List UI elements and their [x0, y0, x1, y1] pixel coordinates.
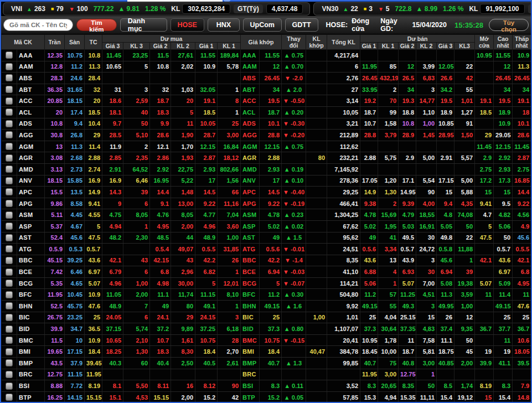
- table-cell: 43: [123, 255, 150, 266]
- row-checkbox[interactable]: [6, 97, 13, 105]
- tab-gdtt[interactable]: GDTT: [285, 18, 318, 32]
- table-cell: 8.3: [360, 380, 378, 392]
- table-cell: ▲ 0.75: [282, 50, 306, 61]
- row-checkbox[interactable]: [6, 371, 13, 378]
- table-cell: 2: [378, 84, 399, 95]
- row-checkbox[interactable]: [6, 166, 13, 173]
- table-cell: [306, 244, 327, 255]
- row-checkbox[interactable]: [6, 359, 13, 366]
- ticker-cell: AAM: [17, 61, 45, 73]
- row-checkbox[interactable]: [6, 74, 13, 81]
- table-cell: 6,83: [416, 73, 437, 84]
- checkbox-cell: [2, 106, 17, 118]
- row-checkbox[interactable]: [6, 154, 13, 162]
- row-checkbox[interactable]: [6, 211, 13, 219]
- table-row: BTP16.2514.1515.1515.14,5315.152,0015.24…: [2, 391, 531, 403]
- table-cell: 42.15: [150, 255, 171, 266]
- table-row: BMI19.6517.1518.418.251,3018.38,3018.42,…: [2, 346, 531, 358]
- table-cell: 8.5: [437, 380, 454, 392]
- table-cell: 2.92: [150, 163, 171, 175]
- row-checkbox[interactable]: [6, 314, 13, 321]
- row-checkbox[interactable]: [6, 280, 13, 287]
- table-cell: 4.7: [475, 209, 494, 221]
- search-input[interactable]: [3, 19, 73, 31]
- table-cell: 10.95: [360, 334, 378, 346]
- row-checkbox[interactable]: [6, 348, 13, 355]
- row-checkbox[interactable]: [6, 86, 13, 93]
- checkbox-cell: [2, 198, 17, 209]
- table-cell: 11.3: [513, 61, 531, 73]
- table-cell: 9.22: [195, 198, 218, 209]
- row-checkbox[interactable]: [6, 394, 13, 401]
- row-checkbox[interactable]: [6, 143, 13, 150]
- row-checkbox[interactable]: [6, 268, 13, 276]
- tab-hnx[interactable]: HNX: [208, 18, 240, 32]
- table-cell: 2,00: [123, 289, 150, 301]
- table-cell: [454, 163, 475, 175]
- row-checkbox[interactable]: [6, 245, 13, 252]
- table-cell: 17.15: [437, 175, 454, 187]
- row-checkbox[interactable]: [6, 200, 13, 207]
- row-checkbox[interactable]: [6, 188, 13, 195]
- ticker-cell: APG: [17, 198, 45, 209]
- table-cell: 7,00: [416, 277, 437, 289]
- row-checkbox[interactable]: [6, 291, 13, 298]
- table-cell: 4.78: [360, 209, 378, 221]
- table-cell: 19.1: [475, 95, 494, 107]
- row-checkbox[interactable]: [6, 326, 13, 333]
- index-gt-value: 4,637.48: [266, 4, 303, 14]
- table-cell: [475, 266, 494, 278]
- table-cell: 80: [171, 301, 195, 312]
- table-cell: 384,78: [327, 346, 360, 358]
- checkbox-cell: [2, 380, 17, 392]
- table-cell: 28.3: [45, 73, 65, 84]
- row-checkbox[interactable]: [6, 223, 13, 230]
- table-cell: 3,59: [454, 289, 475, 301]
- up-arrow-icon: ▲: [27, 6, 32, 12]
- table-cell: 18.7: [360, 106, 378, 118]
- table-cell: [150, 369, 171, 380]
- col-kl-khop: KL khớp: [306, 35, 327, 50]
- table-cell: 8.3: [260, 380, 282, 392]
- row-checkbox[interactable]: [6, 383, 13, 390]
- table-cell: 5,75: [378, 152, 399, 164]
- table-cell: 13: [45, 141, 65, 152]
- tab-danh-muc[interactable]: Danh mục: [120, 18, 167, 32]
- table-cell: 4.56: [513, 209, 531, 221]
- row-checkbox[interactable]: [6, 177, 13, 184]
- table-cell: [306, 84, 327, 95]
- table-cell: 2.93: [195, 163, 218, 175]
- table-cell: 16.9: [102, 175, 123, 187]
- table-cell: 40.8: [399, 358, 416, 369]
- tab-hose[interactable]: HOSE: [171, 18, 204, 32]
- table-cell: AGM: [241, 141, 260, 152]
- table-cell: APC: [241, 187, 260, 198]
- table-cell: 11.5: [150, 50, 171, 61]
- ticker-cell: BFC: [17, 289, 45, 301]
- kl-label: KL: [171, 5, 180, 13]
- row-checkbox[interactable]: [6, 257, 13, 264]
- table-cell: BIC: [241, 312, 260, 323]
- table-cell: 12.35: [45, 50, 65, 61]
- table-cell: 9,35: [454, 323, 475, 335]
- table-cell: 5.02: [260, 220, 282, 232]
- row-checkbox[interactable]: [6, 108, 13, 116]
- row-checkbox[interactable]: [6, 120, 13, 127]
- table-cell: 30.8: [45, 130, 65, 141]
- options-button[interactable]: Tùy chọn: [489, 19, 529, 31]
- table-cell: 14.95: [399, 187, 416, 198]
- checkbox-cell: [2, 312, 17, 323]
- table-cell: 5,57: [454, 152, 475, 164]
- row-checkbox[interactable]: [6, 51, 13, 59]
- ticker-cell: ACC: [17, 95, 45, 107]
- table-cell: 47.6: [513, 301, 531, 312]
- row-checkbox[interactable]: [6, 131, 13, 138]
- row-checkbox[interactable]: [6, 63, 13, 70]
- row-checkbox[interactable]: [6, 337, 13, 344]
- row-checkbox[interactable]: [6, 234, 13, 241]
- table-cell: ▼ -0.07: [282, 277, 306, 289]
- search-button[interactable]: Tìm kiếm: [76, 19, 117, 31]
- row-checkbox[interactable]: [6, 302, 13, 309]
- table-cell: ASP: [241, 220, 260, 232]
- tab-upcom[interactable]: UpCom: [243, 18, 282, 32]
